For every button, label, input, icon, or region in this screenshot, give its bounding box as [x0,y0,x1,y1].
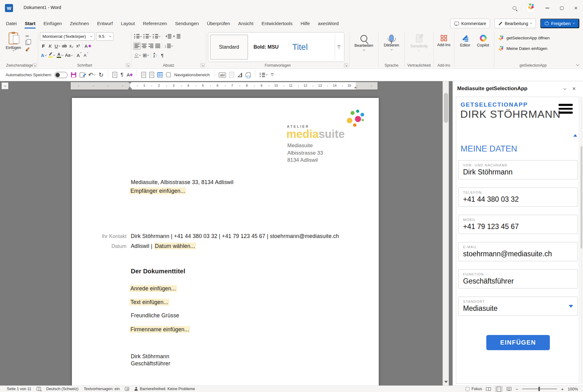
comments-button[interactable]: Kommentare [450,19,490,28]
word-app-icon[interactable]: W [5,4,13,12]
text-effects-button[interactable]: A [40,51,47,59]
grow-font-button[interactable]: Aˆ [76,51,82,59]
collapse-ribbon-chevron[interactable] [576,63,579,66]
tab-selector[interactable]: ⌐ [2,82,8,89]
subscript-button[interactable]: x₂ [68,42,75,50]
ribbon-tab[interactable]: Ansicht [234,18,257,29]
increase-indent-button[interactable] [172,33,181,40]
borders-button[interactable]: ⊞ [142,51,150,59]
ribbon-tab[interactable]: Zeichnen [66,18,93,29]
insert-button[interactable]: EINFÜGEN [486,335,550,350]
company-placeholder[interactable]: Firmenname einfügen... [130,326,190,333]
table-grid-icon[interactable] [157,72,163,77]
align-right-button[interactable] [148,42,154,50]
data-field-card[interactable]: MOBIL +41 79 123 45 67 [458,215,578,234]
strikethrough-button[interactable]: ab [61,42,68,50]
page-indicator[interactable]: Seite 1 von 11 [7,387,31,391]
decrease-indent-button[interactable] [163,33,172,40]
font-color-button[interactable]: A [56,51,64,59]
ribbon-tab[interactable]: Überprüfen [203,18,234,29]
style-titel[interactable]: Titel [284,35,316,59]
align-center-button[interactable] [141,42,148,50]
underline-button[interactable]: U [54,42,61,50]
salutation-placeholder[interactable]: Anrede einfügen... [130,285,177,292]
accessibility-status[interactable]: Barrierefreiheit: Keine Probleme [134,387,195,391]
data-field-card[interactable]: STANDORT Mediasuite [458,297,578,316]
copilot-button[interactable]: Copilot [474,32,492,47]
addins-button[interactable]: Add-Ins [435,32,452,47]
styles-gallery-more-button[interactable] [335,34,343,60]
list-style-button[interactable] [260,73,267,77]
ribbon-tab[interactable]: Einfügen [39,18,66,29]
shrink-font-button[interactable]: Aˇ [82,51,89,59]
web-layout-button[interactable] [507,387,511,391]
clear-formatting-button[interactable]: A [84,42,92,50]
share-button[interactable]: Freigeben [540,19,579,28]
justify-button[interactable] [154,42,161,50]
editing-mode-button[interactable]: Bearbeitung [494,19,536,28]
ribbon-tab[interactable]: Entwurf [93,18,117,29]
styles-dialog-launcher[interactable]: ↘ [344,63,348,67]
read-mode-button[interactable] [486,387,491,391]
bold-button[interactable]: F [40,42,47,50]
font-name-select[interactable]: Montserrat (Textkörper) [40,32,95,41]
highlight-color-button[interactable] [47,51,56,59]
pilcrow-button[interactable]: ¶ [121,73,123,77]
sort-button[interactable]: AZ↓ [152,51,159,59]
menu-icon[interactable] [559,104,573,114]
editor-button[interactable]: Editor [456,32,474,47]
numbered-list-button[interactable] [143,33,152,40]
format-painter-icon[interactable] [25,47,30,51]
autosave-toggle[interactable] [55,72,68,78]
right-indent-marker[interactable] [354,86,357,88]
document-page[interactable]: ATELIER mediasuite MediasuiteAlbisstrass… [72,98,379,385]
font-size-select[interactable]: 9.5 [96,32,113,41]
line-spacing-button[interactable]: ↕ [163,42,174,50]
zoom-level[interactable]: 100% [568,387,578,391]
show-formatting-button[interactable]: ¶ [159,51,166,59]
undo-button[interactable]: ↶ [88,72,95,78]
save-icon[interactable] [71,72,76,77]
align-left-button[interactable] [133,42,141,50]
date-line[interactable]: Adliswil | Datum wählen... [131,243,196,249]
ribbon-tab[interactable]: axesWord [314,18,343,29]
cut-icon[interactable]: ✂ [25,34,30,38]
navigation-pane-checkbox[interactable] [166,73,171,77]
ribbon-tab[interactable]: Datei [2,18,21,29]
first-line-indent-marker[interactable] [128,82,131,84]
print-layout-button[interactable] [495,386,503,392]
zoom-slider-thumb[interactable] [538,387,540,391]
insert-my-data-button[interactable]: Meine Daten einfügen [499,44,570,53]
font-dialog-launcher[interactable]: ↘ [126,63,130,67]
toolbar-overflow-button[interactable] [271,73,274,76]
italic-button[interactable]: K [47,42,54,50]
save-as-icon[interactable] [80,73,85,77]
superscript-button[interactable]: x² [75,42,82,50]
paragraph-dialog-launcher[interactable]: ↘ [201,63,205,67]
focus-mode-button[interactable]: Fokus [466,387,482,391]
ribbon-tab[interactable]: Start [21,18,39,29]
print-preview-icon[interactable] [245,73,251,77]
paste-button[interactable]: Einfügen [3,32,24,51]
scrollbar-thumb[interactable] [444,93,448,123]
body-placeholder[interactable]: Text einfügen... [130,299,169,306]
search-button[interactable] [507,0,522,16]
clear-formatting-button[interactable]: A [127,72,132,77]
ribbon-tab[interactable]: Entwicklertools [258,18,297,29]
ribbon-tab[interactable]: Referenzen [139,18,171,29]
data-field-card[interactable]: FUNKTION Geschäftsführer [458,269,578,288]
dictate-button[interactable]: Diktieren [380,32,403,51]
redo-button[interactable]: ↻ [99,72,104,78]
scroll-top-arrow-icon[interactable] [573,134,577,137]
multilevel-list-button[interactable] [152,33,161,40]
zoom-in-button[interactable]: + [561,386,564,392]
pane-close-button[interactable]: × [569,86,579,92]
sensitivity-button[interactable]: Sensitivity [407,32,431,51]
zoom-out-button[interactable]: − [515,386,518,392]
close-button[interactable]: × [569,0,583,16]
text-field-icon[interactable]: abl [219,73,226,77]
bullet-list-button[interactable] [133,33,143,40]
document-scrollbar[interactable] [443,81,449,385]
pane-scrollbar[interactable] [580,97,583,384]
data-field-card[interactable]: E-MAIL stoehrmann@mediasuite.ch [458,242,578,261]
